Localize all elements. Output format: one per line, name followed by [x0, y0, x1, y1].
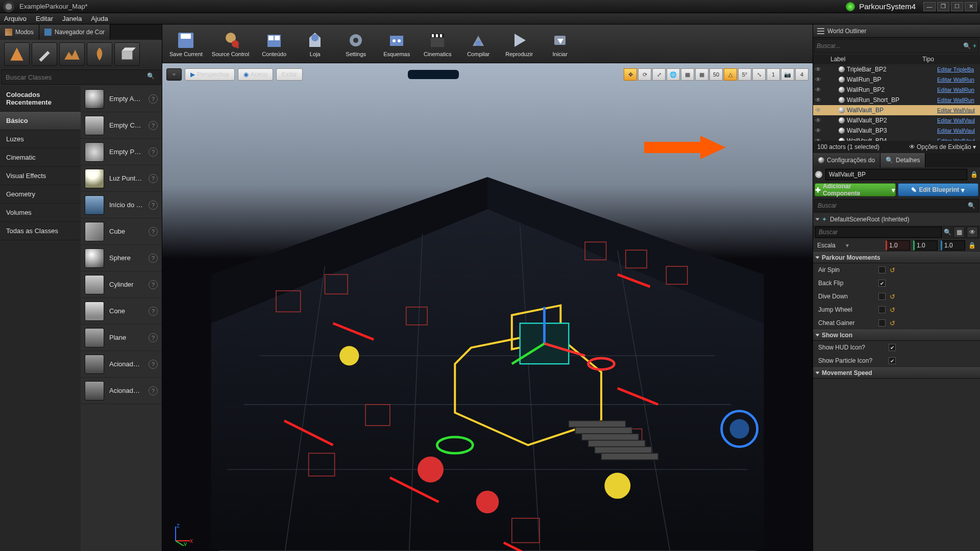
outliner-row[interactable]: 👁WallRun_BP2Editar WallRun [813, 85, 980, 95]
actor-item[interactable]: Início do Joga? [81, 192, 162, 218]
outliner-row[interactable]: 👁WallVault_BP4Editar WallVaul [813, 136, 980, 141]
edit-link[interactable]: Editar TripleBa [937, 66, 978, 72]
search-classes[interactable]: 🔍 [1, 69, 161, 85]
add-filter-button[interactable]: + [973, 42, 976, 49]
menu-edit[interactable]: Editar [36, 15, 53, 22]
reset-icon[interactable]: ↺ [890, 293, 895, 300]
info-icon[interactable]: ? [149, 254, 158, 263]
camera-speed-button[interactable]: 📷 [781, 68, 794, 81]
perspective-button[interactable]: ▶Perspectiva [185, 68, 235, 81]
actor-item[interactable]: Empty Actor? [81, 86, 162, 112]
toolbar-source-button[interactable]: Source Control [209, 26, 252, 62]
outliner-header[interactable]: World Outliner [813, 24, 980, 38]
lit-mode-button[interactable]: ◉Aceso [238, 68, 273, 81]
toolbar-content-button[interactable]: Conteúdo [255, 26, 293, 62]
viewport-options-button[interactable] [166, 68, 182, 81]
reset-icon[interactable]: ↺ [890, 319, 895, 327]
edit-link[interactable]: Editar WallVaul [937, 107, 978, 113]
section-parkour-movements[interactable]: Parkour Movements [813, 252, 980, 263]
edit-link[interactable]: Editar WallRun [937, 97, 978, 103]
actor-item[interactable]: Acionador da? [81, 378, 162, 404]
actor-item[interactable]: Empty Charac? [81, 112, 162, 139]
angle-snap-value[interactable]: 5° [738, 68, 751, 81]
source-control-status-icon[interactable] [846, 2, 855, 11]
outliner-row[interactable]: 👁WallRun_BPEditar WallRun [813, 74, 980, 85]
checkbox[interactable] [878, 266, 886, 273]
category-item[interactable]: Geometry [0, 185, 81, 204]
camera-speed-value[interactable]: 4 [795, 68, 808, 81]
menu-window[interactable]: Janela [62, 15, 82, 22]
window-close-button[interactable]: ✕ [965, 2, 977, 11]
details-search-input[interactable] [815, 227, 942, 238]
column-type[interactable]: Tipo [922, 56, 934, 63]
chevron-down-icon[interactable]: ▾ [846, 242, 849, 249]
tab-content-browser[interactable]: Navegador de Cor [39, 24, 110, 40]
outliner-row[interactable]: 👁WallVault_BP3Editar WallVaul [813, 126, 980, 136]
checkbox[interactable]: ✔ [889, 344, 896, 351]
lock-icon[interactable]: 🔒 [968, 242, 976, 249]
edit-link[interactable]: Editar WallVaul [937, 117, 978, 123]
category-item[interactable]: Colocados Recentemente [0, 86, 81, 112]
category-item[interactable]: Cinematic [0, 148, 81, 167]
category-item[interactable]: Luzes [0, 130, 81, 148]
edit-link[interactable]: Editar WallVaul [937, 128, 978, 134]
actor-item[interactable]: Sphere? [81, 245, 162, 271]
scale-y-input[interactable] [913, 240, 938, 251]
coordinate-space-button[interactable]: 🌐 [667, 68, 680, 81]
section-movement-speed[interactable]: Movement Speed [813, 367, 980, 379]
outliner-row[interactable]: 👁WallVault_BP2Editar WallVaul [813, 115, 980, 126]
checkbox[interactable] [878, 293, 886, 300]
visibility-icon[interactable]: 👁 [815, 127, 822, 134]
scale-snap-value[interactable]: 1 [767, 68, 780, 81]
scale-gizmo-button[interactable]: ⤢ [652, 68, 666, 81]
visibility-icon[interactable]: 👁 [815, 137, 822, 141]
toolbar-play-button[interactable]: Reproduzir [500, 26, 538, 62]
visibility-icon[interactable]: 👁 [815, 76, 822, 83]
surface-snap-button[interactable]: ▦ [681, 68, 694, 81]
actor-name-input[interactable] [825, 169, 967, 180]
rotate-gizmo-button[interactable]: ⟳ [638, 68, 651, 81]
toolbar-save-button[interactable]: Save Current [166, 26, 206, 62]
checkbox[interactable] [878, 306, 886, 313]
view-options-button[interactable]: 👁 Opções de Exibição ▾ [909, 143, 976, 151]
translate-gizmo-button[interactable]: ✥ [624, 68, 637, 81]
category-item[interactable]: Volumes [0, 204, 81, 222]
mode-paint-button[interactable] [32, 42, 57, 66]
toolbar-cine-button[interactable]: Cinematics [419, 26, 456, 62]
scale-snap-toggle[interactable]: ⤡ [752, 68, 766, 81]
category-item[interactable]: Básico [0, 112, 81, 130]
category-item[interactable]: Visual Effects [0, 167, 81, 185]
category-item[interactable]: Todas as Classes [0, 222, 81, 240]
visibility-icon[interactable]: 👁 [815, 96, 822, 104]
edit-link[interactable]: Editar WallRun [937, 77, 978, 83]
actor-item[interactable]: Cone? [81, 298, 162, 324]
property-matrix-button[interactable]: ▦ [953, 227, 965, 238]
toolbar-market-button[interactable]: Loja [296, 26, 334, 62]
section-show-icon[interactable]: Show Icon [813, 330, 980, 341]
info-icon[interactable]: ? [149, 386, 158, 395]
window-minimize-button[interactable]: — [923, 2, 936, 11]
menu-help[interactable]: Ajuda [91, 15, 108, 22]
scene-root-row[interactable]: ✦ DefaultSceneRoot (Inherited) [813, 213, 980, 226]
toolbar-gear-button[interactable]: Settings [337, 26, 375, 62]
menu-file[interactable]: Arquivo [4, 15, 27, 22]
toolbar-launch-button[interactable]: Iniciar [541, 26, 579, 62]
outliner-row[interactable]: 👁WallVault_BPEditar WallVaul [813, 105, 980, 115]
mode-landscape-button[interactable] [59, 42, 85, 66]
eye-filter-button[interactable]: 👁 [967, 227, 978, 238]
visibility-icon[interactable]: 👁 [815, 86, 822, 93]
viewport[interactable]: ▶Perspectiva ◉Aceso Exibir ✥ ⟳ ⤢ 🌐 ▦ ▦ 5… [162, 63, 813, 551]
info-icon[interactable]: ? [149, 280, 158, 289]
toolbar-blueprint-button[interactable]: Esquemas [378, 26, 415, 62]
actor-item[interactable]: Empty Pawn? [81, 139, 162, 165]
mode-foliage-button[interactable] [87, 42, 112, 66]
grid-snap-toggle[interactable]: ▦ [695, 68, 708, 81]
reset-icon[interactable]: ↺ [890, 266, 895, 274]
outliner-search-input[interactable] [817, 42, 963, 49]
actor-item[interactable]: Cylinder? [81, 271, 162, 298]
info-icon[interactable]: ? [149, 227, 158, 236]
tab-world-settings[interactable]: Configurações do [813, 153, 880, 167]
visibility-icon[interactable]: 👁 [815, 66, 822, 73]
edit-blueprint-button[interactable]: ✎ Edit Blueprint ▾ [898, 183, 979, 196]
checkbox[interactable]: ✔ [889, 357, 896, 364]
